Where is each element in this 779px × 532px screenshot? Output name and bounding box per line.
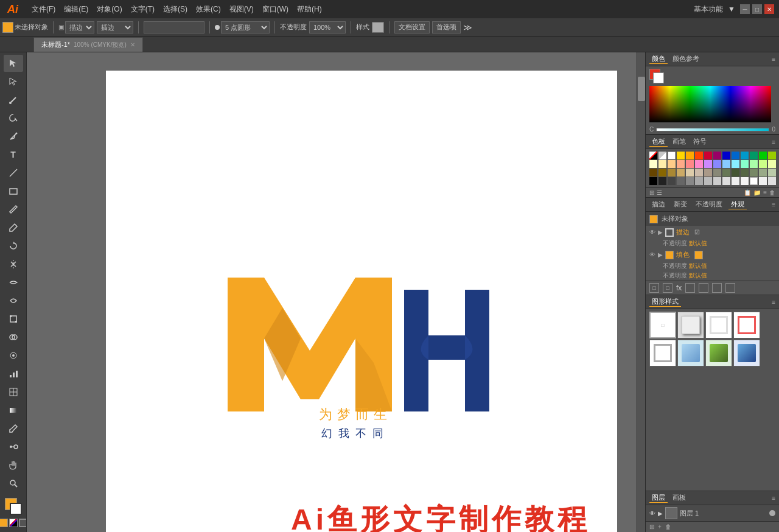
swatch-salmon[interactable] [677,160,685,168]
fill-color-box[interactable] [2,22,13,33]
width-tool[interactable] [4,274,23,291]
tab-transform[interactable]: 新变 [671,200,690,209]
swatch-red[interactable] [695,152,703,159]
layers-delete-icon[interactable]: 🗑 [665,523,671,530]
effect-icon2[interactable] [699,283,708,293]
swatch-delete-icon[interactable]: 🗑 [769,189,775,196]
eyedropper-tool[interactable] [4,420,23,437]
menu-select[interactable]: 选择(S) [159,3,191,16]
swatch-white2[interactable] [750,177,758,185]
doc-settings-button[interactable]: 文档设置 [394,21,430,33]
swatch-gray6[interactable] [704,177,712,185]
swatch-sage[interactable] [750,169,758,177]
tab-appearance[interactable]: 外观 [728,200,747,209]
swatch-olive[interactable] [713,169,721,177]
swatch-sky-blue[interactable] [722,160,730,168]
style-red-border[interactable] [733,312,760,338]
text-tool[interactable]: T [4,146,23,163]
swatch-tan2[interactable] [677,169,685,177]
swatch-gray5[interactable] [695,177,703,185]
swatch-gray3[interactable] [677,177,685,185]
swatch-pale-orange[interactable] [668,160,676,168]
swatch-none[interactable] [649,152,657,159]
vertical-scrollbar[interactable] [637,52,645,532]
swatch-gray9[interactable] [732,177,739,185]
swatch-dark-yellow[interactable] [658,169,666,177]
swatch-pale-lime[interactable] [759,160,767,168]
column-graph-tool[interactable] [4,365,23,382]
color-gradient-picker[interactable] [649,86,771,122]
effect-icon1[interactable] [685,283,695,293]
magic-wand-tool[interactable] [4,91,23,108]
fill-stroke-boxes[interactable] [5,498,22,515]
appearance-panel-menu-icon[interactable]: ≡ [772,201,775,208]
swatches-panel-menu-icon[interactable]: ≡ [772,139,775,145]
swatch-menu-icon[interactable]: ≡ [763,189,767,196]
layer-lock-icon[interactable]: ▶ [658,510,663,517]
none-mode-icon[interactable] [19,519,27,527]
background-color[interactable] [653,72,664,83]
graphic-styles-menu-icon[interactable]: ≡ [772,299,775,306]
menu-text[interactable]: 文字(T) [127,3,158,16]
swatch-cyan[interactable] [741,152,749,159]
swatch-pale-beige[interactable] [695,169,703,177]
mirror-tool[interactable] [4,256,23,273]
swatch-pale-sage[interactable] [768,169,776,177]
layers-add-icon[interactable]: + [658,523,662,530]
lasso-tool[interactable] [4,110,23,127]
rotate-tool[interactable] [4,237,23,254]
select-tool[interactable] [4,55,23,72]
layers-panel-menu-icon[interactable]: ≡ [772,495,775,502]
blend-tool[interactable] [4,438,23,455]
swatch-off-white[interactable] [759,177,767,185]
swatch-light-yellow[interactable] [649,160,657,168]
tab-stroke[interactable]: 描边 [649,200,668,209]
tab-close-button[interactable]: ✕ [130,41,135,48]
fill-label[interactable]: 填色 [676,250,690,259]
direct-select-tool[interactable] [4,73,23,90]
hand-tool[interactable] [4,457,23,474]
style-white-border[interactable] [705,312,732,338]
tab-graphic-styles[interactable]: 图形样式 [649,297,681,307]
style-glass[interactable] [677,340,704,366]
tab-artboards[interactable]: 画板 [670,493,688,503]
effect-icon4[interactable] [725,283,735,293]
layers-make-clip-icon[interactable]: ⊞ [649,523,654,530]
gradient-tool[interactable] [4,402,23,419]
style-shadow[interactable] [677,312,704,338]
eye-icon-fill[interactable]: 👁 [649,251,655,258]
fill-color-box-panel[interactable] [665,251,674,259]
zoom-tool[interactable] [4,475,23,492]
swatch-gray2[interactable] [668,177,676,185]
swatch-yellow1[interactable] [677,152,685,159]
tab-swatches[interactable]: 色板 [649,137,668,147]
swatch-dark-red[interactable] [704,152,712,159]
menu-window[interactable]: 窗口(W) [259,3,292,16]
swatch-add-icon[interactable]: 📋 [744,189,751,196]
minimize-button[interactable]: ─ [740,4,750,14]
active-tab[interactable]: 未标题-1* 100% (CMYK/预览) ✕ [33,37,143,52]
swatch-pale-green[interactable] [750,160,758,168]
menu-effect[interactable]: 效果(C) [192,3,225,16]
menu-view[interactable]: 视图(V) [226,3,257,16]
swatch-forest2[interactable] [741,169,749,177]
rect-tool[interactable] [4,183,23,200]
eye-icon-stroke[interactable]: 👁 [649,229,655,236]
close-button[interactable]: ✕ [764,4,774,14]
free-transform-tool[interactable] [4,310,23,327]
add-fill-icon[interactable]: □ [663,283,672,293]
swatch-brown[interactable] [649,169,657,177]
layer-name[interactable]: 图层 1 [680,509,699,518]
points-dropdown[interactable]: 5 点圆形 [221,21,270,33]
swatch-light-gray[interactable] [768,177,776,185]
effect-icon3[interactable] [712,283,722,293]
pencil-tool[interactable] [4,219,23,236]
line-tool[interactable] [4,164,23,181]
swatch-bright-green[interactable] [759,152,767,159]
layer-visibility-icon[interactable]: 👁 [649,510,655,517]
tab-layers[interactable]: 图层 [649,493,668,503]
style-selector[interactable] [372,22,384,33]
preferences-button[interactable]: 首选项 [432,21,461,33]
swatch-gray-brown[interactable] [704,169,712,177]
add-stroke-icon[interactable]: □ [649,283,659,293]
